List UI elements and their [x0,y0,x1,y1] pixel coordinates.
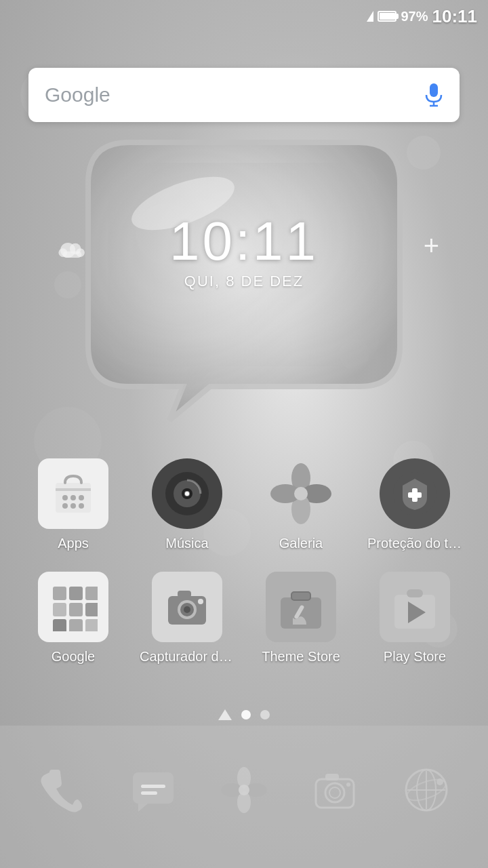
app-icon-playstore [380,572,450,642]
app-row-2: Google Capturador de... [16,572,472,665]
dock-item-camera[interactable] [302,757,367,823]
app-label-apps: Apps [58,536,89,551]
app-item-music[interactable]: Música [136,458,238,551]
svg-rect-30 [53,587,66,600]
svg-point-15 [70,503,76,509]
battery-icon [378,11,396,22]
app-label-gallery: Galeria [279,536,323,551]
status-time: 10:11 [432,6,478,27]
svg-point-59 [239,785,249,795]
svg-rect-43 [178,591,191,597]
status-bar: 97% 10:11 [0,0,488,33]
dock-item-launcher[interactable] [211,757,277,823]
dock-icon-camera [302,757,367,823]
app-icon-themestore [266,572,336,642]
dock-icon-launcher [211,757,277,823]
nav-dot-1 [241,710,251,719]
svg-point-16 [79,503,84,509]
dock [0,726,488,868]
svg-rect-36 [53,619,66,631]
svg-marker-52 [138,804,148,812]
svg-rect-35 [85,603,98,616]
svg-rect-63 [325,774,339,781]
svg-point-42 [184,606,190,613]
svg-point-44 [198,599,203,604]
clock-time: 10:11 [169,210,319,273]
app-icon-gallery [266,458,336,529]
battery-percent: 97% [401,9,428,24]
app-label-capture: Capturador de... [140,649,235,665]
dock-item-messages[interactable] [121,757,186,823]
app-label-themestore: Theme Store [262,649,340,665]
app-item-security[interactable]: Proteção do tel... [364,458,466,551]
dock-icon-messages [121,757,186,823]
nav-dots [0,709,488,720]
clock-date: QUI, 8 DE DEZ [184,273,304,290]
svg-rect-31 [69,587,83,600]
svg-rect-37 [69,619,83,631]
dock-icon-phone [29,757,94,823]
app-row-1: Apps Música [16,458,472,551]
search-bar[interactable]: Google [28,68,460,122]
app-icon-capture [152,572,222,642]
svg-rect-53 [141,785,165,788]
svg-point-21 [185,492,189,496]
svg-rect-34 [69,603,83,616]
svg-rect-1 [430,83,438,97]
svg-rect-49 [407,589,423,597]
app-label-security: Proteção do tel... [367,536,462,551]
search-google-label: Google [45,83,424,106]
nav-dot-triangle [218,709,232,720]
dock-item-browser[interactable] [394,757,459,823]
svg-rect-38 [85,619,98,631]
app-item-playstore[interactable]: Play Store [364,572,466,665]
app-item-apps[interactable]: Apps [22,458,124,551]
svg-rect-54 [141,791,157,795]
app-label-google: Google [52,649,96,665]
svg-point-11 [62,495,68,500]
app-icon-apps [38,458,108,529]
app-icon-music [152,458,222,529]
svg-point-64 [346,783,350,787]
svg-point-12 [70,495,76,500]
svg-rect-33 [53,603,66,616]
clock-widget: 10:11 QUI, 8 DE DEZ [0,210,488,290]
app-item-capture[interactable]: Capturador de... [136,572,238,665]
app-item-themestore[interactable]: Theme Store [250,572,352,665]
svg-point-61 [325,783,344,802]
svg-rect-29 [408,492,422,498]
svg-point-13 [79,495,84,500]
status-icons: 97% 10:11 [367,6,477,27]
app-item-gallery[interactable]: Galeria [250,458,352,551]
dock-icon-browser [394,757,459,823]
svg-point-26 [294,487,308,500]
svg-rect-10 [56,488,91,491]
app-icon-security [380,458,450,529]
svg-point-14 [62,503,68,509]
mic-icon[interactable] [424,83,443,107]
dock-item-phone[interactable] [29,757,94,823]
app-label-music: Música [165,536,208,551]
svg-rect-46 [291,592,310,600]
app-item-google[interactable]: Google [22,572,124,665]
app-grid: Apps Música [0,458,488,685]
svg-point-70 [436,778,443,785]
signal-icon [367,11,373,22]
nav-dot-2 [260,710,270,719]
app-icon-google [38,572,108,642]
app-label-playstore: Play Store [384,649,446,665]
svg-rect-32 [85,587,98,600]
svg-point-62 [329,787,340,798]
